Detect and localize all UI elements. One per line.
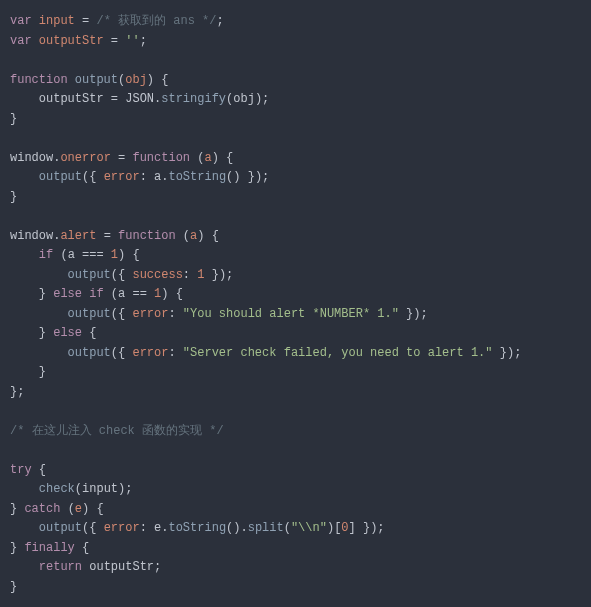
code-line: } else { <box>10 326 96 340</box>
code-line: /* 在这儿注入 check 函数的实现 */ <box>10 424 224 438</box>
paren: ) <box>255 92 262 106</box>
brace: } <box>248 170 255 184</box>
semicolon: ; <box>226 268 233 282</box>
method: toString <box>168 521 226 535</box>
paren: ( <box>68 502 75 516</box>
dot: . <box>240 521 247 535</box>
property-name: alert <box>60 229 96 243</box>
code-line: check(input); <box>10 482 132 496</box>
brace: { <box>212 229 219 243</box>
code-line: output({ success: 1 }); <box>10 268 233 282</box>
operator: === <box>82 248 104 262</box>
property-name: onerror <box>60 151 110 165</box>
comment: /* 在这儿注入 check 函数的实现 */ <box>10 424 224 438</box>
paren: ) <box>118 248 125 262</box>
keyword-else: else <box>53 326 82 340</box>
semicolon: ; <box>154 560 161 574</box>
param-name: obj <box>125 73 147 87</box>
code-line: var input = /* 获取到的 ans */; <box>10 14 224 28</box>
brace: } <box>39 365 46 379</box>
string-literal: "You should alert *NUMBER* 1." <box>183 307 399 321</box>
code-line: } catch (e) { <box>10 502 104 516</box>
brace: } <box>39 326 46 340</box>
operator: = <box>111 92 118 106</box>
paren: ) <box>219 268 226 282</box>
paren: ( <box>111 268 118 282</box>
code-line: try { <box>10 463 46 477</box>
paren: ( <box>75 482 82 496</box>
semicolon: ; <box>421 307 428 321</box>
identifier: input <box>82 482 118 496</box>
brace: } <box>10 112 17 126</box>
brace: { <box>226 151 233 165</box>
semicolon: ; <box>514 346 521 360</box>
brace: { <box>96 502 103 516</box>
keyword-else: else <box>53 287 82 301</box>
keyword-return: return <box>39 560 82 574</box>
colon: : <box>168 307 175 321</box>
identifier: window <box>10 229 53 243</box>
identifier: outputStr <box>89 560 154 574</box>
operator: = <box>104 229 111 243</box>
object-key: error <box>104 170 140 184</box>
brace: { <box>176 287 183 301</box>
identifier: JSON <box>125 92 154 106</box>
code-line: } else if (a == 1) { <box>10 287 183 301</box>
brace: } <box>10 580 17 594</box>
colon: : <box>168 346 175 360</box>
identifier: a <box>118 287 125 301</box>
identifier: outputStr <box>39 92 104 106</box>
comment: /* 获取到的 ans */ <box>96 14 216 28</box>
code-line: output({ error: "You should alert *NUMBE… <box>10 307 428 321</box>
brace: { <box>132 248 139 262</box>
code-line: output({ error: "Server check failed, yo… <box>10 346 521 360</box>
variable-name: input <box>39 14 75 28</box>
string-literal: "Server check failed, you need to alert … <box>183 346 493 360</box>
paren: ) <box>197 229 204 243</box>
code-line: var outputStr = ''; <box>10 34 147 48</box>
paren: ) <box>233 170 240 184</box>
code-line: output({ error: e.toString().split("\\n"… <box>10 521 385 535</box>
object-key: error <box>132 346 168 360</box>
code-line: } <box>10 190 17 204</box>
paren: ( <box>183 229 190 243</box>
semicolon: ; <box>377 521 384 535</box>
operator: = <box>118 151 125 165</box>
call: output <box>68 346 111 360</box>
bracket: ] <box>349 521 356 535</box>
number: 0 <box>341 521 348 535</box>
paren: ) <box>255 170 262 184</box>
string-literal: '' <box>125 34 139 48</box>
semicolon: ; <box>140 34 147 48</box>
paren: ( <box>284 521 291 535</box>
param-name: e <box>75 502 82 516</box>
keyword-function: function <box>118 229 176 243</box>
code-line: return outputStr; <box>10 560 161 574</box>
method: stringify <box>161 92 226 106</box>
function-name: output <box>75 73 118 87</box>
code-line: window.alert = function (a) { <box>10 229 219 243</box>
operator: = <box>111 34 118 48</box>
semicolon: ; <box>125 482 132 496</box>
code-line: } <box>10 580 17 594</box>
keyword-var: var <box>10 14 32 28</box>
brace: { <box>89 521 96 535</box>
brace: { <box>118 307 125 321</box>
call: output <box>68 268 111 282</box>
brace: } <box>500 346 507 360</box>
brace: { <box>89 326 96 340</box>
brace: } <box>39 287 46 301</box>
keyword-try: try <box>10 463 32 477</box>
code-line: function output(obj) { <box>10 73 168 87</box>
call: output <box>39 170 82 184</box>
keyword-if: if <box>89 287 103 301</box>
brace: } <box>212 268 219 282</box>
colon: : <box>183 268 190 282</box>
number: 1 <box>111 248 118 262</box>
call: output <box>68 307 111 321</box>
keyword-function: function <box>132 151 190 165</box>
paren: ( <box>111 307 118 321</box>
paren: ) <box>161 287 168 301</box>
identifier: a <box>68 248 75 262</box>
brace: } <box>10 541 17 555</box>
